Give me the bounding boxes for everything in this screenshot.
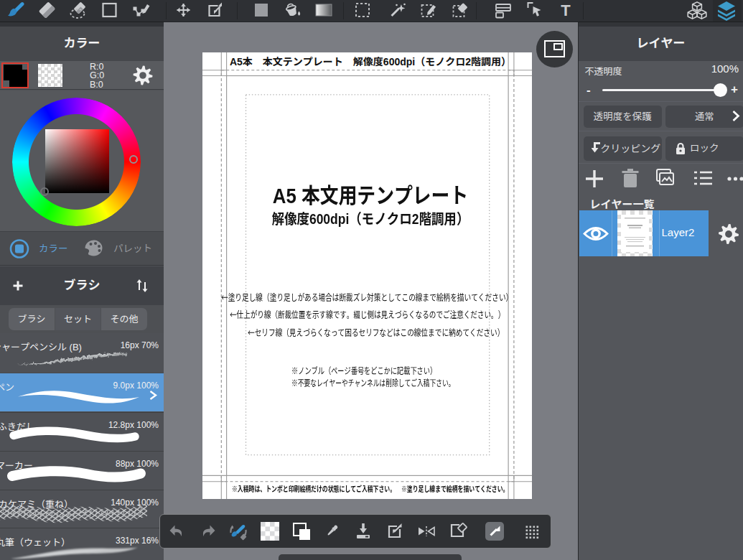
- svg-text:T: T: [561, 1, 571, 19]
